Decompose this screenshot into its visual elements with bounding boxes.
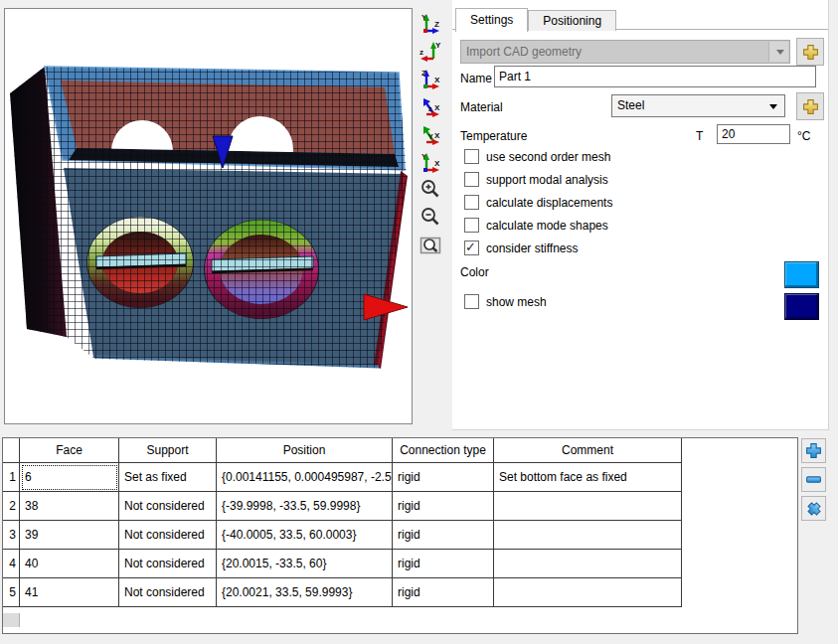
- cell-r5-support[interactable]: Not considered: [119, 578, 217, 607]
- axis-view-xz-icon[interactable]: z X: [418, 92, 445, 119]
- checkbox-consider-stiffness[interactable]: consider stiffness: [464, 241, 579, 255]
- cell-r3-face[interactable]: 39: [20, 521, 119, 550]
- add-material-button[interactable]: [796, 92, 824, 120]
- color-label: Color: [460, 265, 489, 279]
- checkbox-calc-mode-shapes[interactable]: calculate mode shapes: [464, 218, 608, 233]
- cell-r5-face[interactable]: 41: [20, 578, 119, 607]
- checkbox-label: consider stiffness: [486, 242, 579, 255]
- cell-r3-position[interactable]: {-40.0005, 33.5, 60.0003}: [217, 521, 393, 550]
- svg-text:z: z: [419, 48, 423, 57]
- cell-r5-comment[interactable]: [494, 578, 682, 607]
- 3d-viewport[interactable]: [4, 8, 413, 424]
- plus-icon: [802, 44, 819, 61]
- material-label: Material: [460, 100, 503, 114]
- checkbox-modal-analysis[interactable]: support modal analysis: [464, 172, 608, 187]
- cell-r2-comment[interactable]: [494, 492, 682, 521]
- svg-text:X: X: [434, 76, 440, 84]
- axis-view-zy-icon[interactable]: z Y: [418, 37, 445, 64]
- col-header-connection-type: Connection type: [393, 438, 494, 463]
- delete-all-button[interactable]: [801, 496, 826, 521]
- checkbox-label: show mesh: [486, 295, 547, 309]
- checkbox-label: use second order mesh: [486, 150, 610, 164]
- cell-r2-connection[interactable]: rigid: [393, 492, 494, 521]
- add-row-button[interactable]: [801, 438, 826, 463]
- cell-r5-position[interactable]: {20.0021, 33.5, 59.9993}: [217, 578, 393, 607]
- cell-r1-position[interactable]: {0.00141155, 0.000495987, -2.5}: [217, 463, 393, 492]
- checkbox-box: [464, 294, 479, 309]
- cell-r4-connection[interactable]: rigid: [393, 550, 494, 578]
- cell-r3-connection[interactable]: rigid: [393, 521, 494, 550]
- cell-r5-connection[interactable]: rigid: [393, 578, 494, 607]
- zoom-fit-icon[interactable]: [418, 232, 445, 258]
- svg-text:X: X: [434, 131, 440, 140]
- cell-r4-face[interactable]: 40: [20, 550, 119, 578]
- tab-settings[interactable]: Settings: [455, 8, 528, 32]
- svg-text:Y: Y: [428, 133, 433, 140]
- col-header-support: Support: [119, 438, 217, 463]
- cell-r1-face[interactable]: 6: [20, 463, 119, 492]
- col-header-comment: Comment: [494, 438, 682, 463]
- zoom-out-icon[interactable]: [418, 204, 445, 231]
- cell-r1-connection[interactable]: rigid: [393, 463, 494, 492]
- checkbox-calc-displacements[interactable]: calculate displacements: [464, 195, 612, 210]
- cross-icon: [805, 500, 823, 518]
- row-header-4[interactable]: 4: [3, 550, 20, 578]
- zoom-in-icon[interactable]: [418, 176, 445, 203]
- table-button-column: [801, 438, 829, 525]
- view-toolbar: Y Z z Y Z X z X: [418, 9, 447, 259]
- checkbox-box: [464, 149, 479, 164]
- checkbox-label: support modal analysis: [486, 173, 608, 187]
- temperature-label: Temperature: [460, 129, 527, 143]
- minus-icon: [805, 471, 822, 488]
- tab-positioning[interactable]: Positioning: [528, 10, 616, 31]
- row-header-5[interactable]: 5: [3, 578, 20, 607]
- cell-r3-comment[interactable]: [494, 521, 682, 550]
- chevron-down-icon: [776, 50, 784, 55]
- settings-panel: Settings Positioning Import CAD geometry…: [452, 0, 829, 430]
- col-header-face: Face: [20, 438, 119, 463]
- checkbox-label: calculate displacements: [486, 196, 612, 210]
- chevron-down-icon: [769, 104, 777, 109]
- mesh-color-swatch[interactable]: [784, 293, 819, 320]
- cell-r1-comment[interactable]: Set bottom face as fixed: [494, 463, 682, 492]
- checkbox-show-mesh[interactable]: show mesh: [464, 294, 547, 309]
- cell-r1-support[interactable]: Set as fixed: [119, 463, 217, 492]
- checkbox-box: [464, 241, 479, 255]
- temperature-input[interactable]: [717, 124, 790, 144]
- add-geometry-button[interactable]: [796, 38, 824, 66]
- row-header-1[interactable]: 1: [3, 463, 20, 492]
- import-cad-combo[interactable]: Import CAD geometry: [460, 40, 790, 64]
- temperature-symbol: T: [696, 129, 703, 143]
- svg-text:Z: Z: [434, 20, 439, 29]
- svg-text:Y: Y: [435, 41, 441, 50]
- remove-row-button[interactable]: [801, 467, 826, 492]
- temperature-unit: °C: [797, 129, 810, 143]
- row-gutter-end: [3, 613, 20, 627]
- import-cad-combo-value: Import CAD geometry: [466, 45, 582, 59]
- checkbox-second-order-mesh[interactable]: use second order mesh: [464, 149, 610, 164]
- svg-text:X: X: [434, 103, 440, 112]
- faces-table: Face Support Position Connection type Co…: [2, 437, 798, 634]
- checkbox-box: [464, 195, 479, 210]
- cell-r2-support[interactable]: Not considered: [119, 492, 217, 521]
- plus-icon: [805, 442, 822, 459]
- axis-view-xy-icon[interactable]: Y X: [418, 120, 445, 147]
- table-corner: [3, 438, 20, 463]
- row-header-3[interactable]: 3: [3, 521, 20, 550]
- svg-text:X: X: [434, 159, 440, 168]
- cell-r4-support[interactable]: Not considered: [119, 550, 217, 578]
- model-canvas: [5, 9, 412, 423]
- name-input[interactable]: [494, 66, 816, 87]
- axis-view-yx-icon[interactable]: Y X: [418, 148, 445, 175]
- cell-r2-position[interactable]: {-39.9998, -33.5, 59.9998}: [217, 492, 393, 521]
- cell-r4-position[interactable]: {20.0015, -33.5, 60}: [217, 550, 393, 578]
- material-combo[interactable]: Steel: [611, 94, 785, 117]
- part-color-swatch[interactable]: [784, 261, 819, 288]
- cell-r2-face[interactable]: 38: [20, 492, 119, 521]
- cell-r4-comment[interactable]: [494, 550, 682, 578]
- axis-view-yz-icon[interactable]: Y Z: [418, 9, 445, 36]
- cell-r3-support[interactable]: Not considered: [119, 521, 217, 550]
- svg-text:z: z: [428, 105, 432, 112]
- axis-view-zx-icon[interactable]: Z X: [418, 65, 445, 91]
- row-header-2[interactable]: 2: [3, 492, 20, 521]
